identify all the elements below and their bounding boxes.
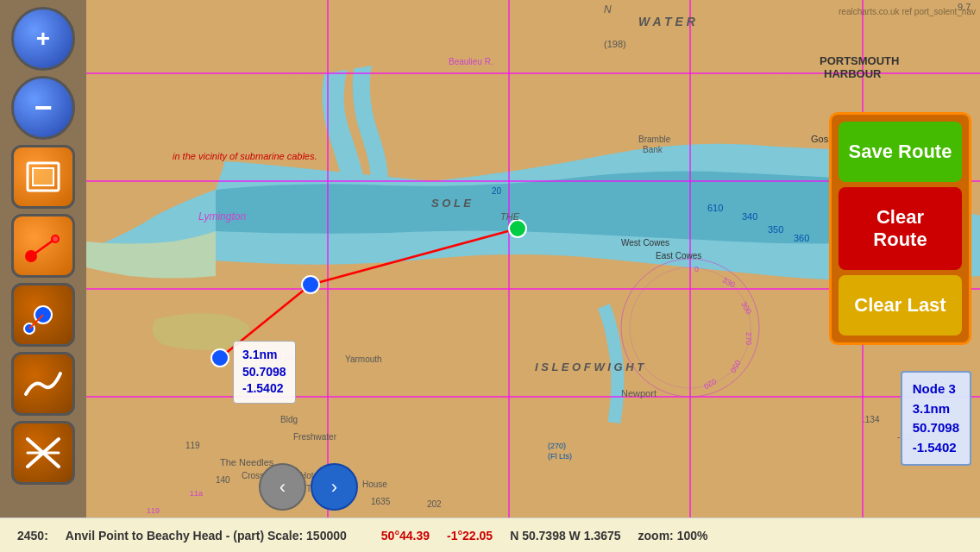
svg-text:11a: 11a bbox=[190, 489, 203, 498]
chart-icon bbox=[22, 156, 64, 198]
node-info-left: 3.1nm 50.7098 -1.5402 bbox=[233, 341, 296, 404]
map-area[interactable]: Lymington West Cowes East Cowes THE S O … bbox=[86, 0, 980, 518]
svg-text:1635: 1635 bbox=[371, 497, 391, 506]
plus-icon: + bbox=[36, 25, 50, 53]
track-icon bbox=[21, 361, 66, 406]
svg-text:Bldg: Bldg bbox=[280, 415, 298, 424]
svg-text:350: 350 bbox=[768, 224, 783, 235]
svg-text:610: 610 bbox=[707, 203, 723, 213]
nav-prev-button[interactable]: ‹ bbox=[259, 463, 306, 511]
svg-text:The Needles: The Needles bbox=[220, 457, 274, 467]
svg-point-23 bbox=[211, 349, 229, 367]
svg-point-24 bbox=[302, 276, 319, 293]
prev-icon: ‹ bbox=[280, 476, 286, 499]
chart-number: 2450: bbox=[17, 529, 48, 543]
settings-button[interactable] bbox=[11, 421, 75, 485]
status-bar: 2450: Anvil Point to Beachy Head - (part… bbox=[0, 518, 980, 552]
node-lat-left: 50.7098 bbox=[242, 364, 286, 381]
nav-next-button[interactable]: › bbox=[311, 463, 358, 511]
svg-text:Freshwater: Freshwater bbox=[293, 432, 337, 442]
svg-text:.134: .134 bbox=[863, 415, 880, 424]
svg-text:in the vicinity of submarine c: in the vicinity of submarine cables. bbox=[173, 151, 317, 161]
node-distance-left: 3.1nm bbox=[242, 347, 286, 364]
zoom-in-button[interactable]: + bbox=[11, 7, 75, 71]
clear-route-button[interactable]: Clear Route bbox=[839, 187, 962, 270]
zoom-display: zoom: 100% bbox=[638, 529, 708, 543]
svg-text:Newport: Newport bbox=[621, 388, 656, 398]
svg-text:PORTSMOUTH: PORTSMOUTH bbox=[820, 54, 899, 67]
svg-text:360: 360 bbox=[794, 233, 809, 243]
svg-text:I S L E   O F   W I G H T: I S L E O F W I G H T bbox=[535, 361, 644, 373]
track-tool-button[interactable] bbox=[11, 352, 75, 416]
save-route-button[interactable]: Save Route bbox=[839, 122, 962, 182]
svg-text:THE: THE bbox=[500, 211, 520, 222]
svg-text:Bank: Bank bbox=[643, 145, 663, 154]
svg-text:West Cowes: West Cowes bbox=[621, 238, 669, 248]
route-icon bbox=[21, 223, 66, 268]
node-distance-right: 3.1nm bbox=[913, 399, 959, 419]
svg-text:0: 0 bbox=[694, 265, 699, 273]
route-tool-button[interactable] bbox=[11, 214, 75, 278]
node-lat-right: 50.7098 bbox=[913, 418, 959, 438]
svg-rect-1 bbox=[33, 168, 53, 185]
minus-icon: − bbox=[34, 90, 52, 126]
svg-text:340: 340 bbox=[742, 211, 757, 222]
node-info-right: Node 3 3.1nm 50.7098 -1.5402 bbox=[901, 371, 971, 466]
svg-text:Yarmouth: Yarmouth bbox=[345, 354, 382, 364]
svg-text:N: N bbox=[604, 3, 612, 16]
node-icon bbox=[21, 292, 66, 337]
svg-text:(Fl Lts): (Fl Lts) bbox=[548, 452, 572, 461]
clear-last-button[interactable]: Clear Last bbox=[839, 275, 962, 336]
node-lon-left: -1.5402 bbox=[242, 380, 286, 398]
left-toolbar: + − bbox=[0, 0, 86, 518]
svg-text:20: 20 bbox=[492, 186, 502, 196]
node-lon-right: -1.5402 bbox=[913, 438, 959, 458]
svg-text:House: House bbox=[362, 480, 387, 489]
svg-text:(270): (270) bbox=[548, 442, 566, 450]
node-title: Node 3 bbox=[913, 380, 959, 399]
svg-text:119: 119 bbox=[185, 441, 200, 450]
svg-text:S O L E: S O L E bbox=[431, 197, 471, 210]
coord-lat: -1°22.05 bbox=[447, 529, 493, 543]
svg-text:W A T E R: W A T E R bbox=[638, 15, 696, 28]
settings-icon bbox=[21, 430, 66, 475]
coord-lon-deg: 50°44.39 bbox=[381, 529, 430, 543]
next-icon: › bbox=[331, 476, 337, 499]
svg-line-4 bbox=[31, 239, 55, 256]
chart-toggle-button[interactable] bbox=[11, 145, 75, 209]
watermark: realcharts.co.uk ref port_solent_nav bbox=[839, 7, 976, 16]
node-tool-button[interactable] bbox=[11, 283, 75, 347]
svg-text:Bramble: Bramble bbox=[638, 135, 671, 144]
position-display: N 50.7398 W 1.3675 bbox=[510, 529, 620, 543]
svg-point-5 bbox=[53, 236, 58, 242]
svg-text:140: 140 bbox=[216, 475, 230, 485]
svg-text:270: 270 bbox=[744, 332, 753, 345]
chart-name: Anvil Point to Beachy Head - (part) Scal… bbox=[66, 529, 347, 543]
svg-text:Beaulieu R.: Beaulieu R. bbox=[449, 57, 493, 66]
svg-text:(198): (198) bbox=[604, 39, 626, 49]
svg-text:119: 119 bbox=[147, 506, 160, 515]
svg-point-25 bbox=[509, 220, 526, 237]
svg-text:Lymington: Lymington bbox=[198, 210, 246, 223]
zoom-out-button[interactable]: − bbox=[11, 76, 75, 140]
svg-text:HARBOUR: HARBOUR bbox=[824, 67, 882, 80]
svg-text:202: 202 bbox=[427, 499, 442, 509]
route-panel: Save Route Clear Route Clear Last bbox=[829, 112, 971, 345]
